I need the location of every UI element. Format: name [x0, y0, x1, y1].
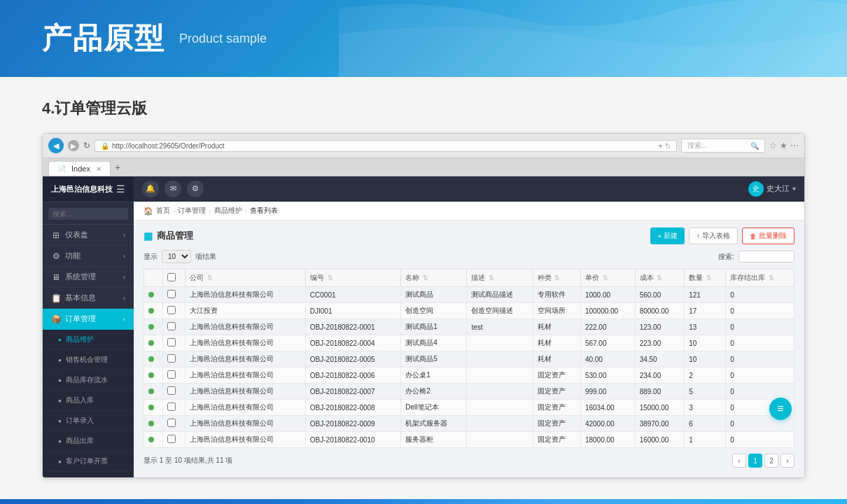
select-all-checkbox[interactable] [167, 273, 176, 281]
sidebar-subitem-product-in[interactable]: ● 商品入库 [43, 391, 134, 411]
row-name: 机架式服务器 [401, 416, 467, 432]
row-checkbox[interactable] [167, 419, 176, 427]
table-row: 上海邑泊信息科技有限公司 OBJ-20180822-0001 测试商品1 tes… [144, 319, 794, 335]
row-price: 16034.00 [580, 400, 635, 416]
row-stock: 0 [726, 351, 794, 368]
tab-close-button[interactable]: ✕ [96, 165, 102, 173]
table-row: 上海邑泊信息科技有限公司 OBJ-20180822-0005 测试商品5 耗材 … [144, 351, 794, 368]
sidebar-subitem-inventory[interactable]: ● 商品库存流水 [43, 370, 134, 391]
row-stock: 0 [726, 319, 794, 335]
row-cost: 223.00 [635, 335, 685, 351]
row-checkbox[interactable] [167, 402, 176, 411]
settings-icon[interactable]: ⋯ [790, 141, 799, 150]
sidebar-menu-toggle[interactable]: ☰ [116, 183, 125, 195]
sidebar-subitem-order-in[interactable]: ● 订单录入 [43, 411, 134, 431]
prev-page-button[interactable]: ‹ [732, 454, 746, 468]
breadcrumb-level2[interactable]: 商品维护 [214, 206, 242, 216]
sidebar-item-function[interactable]: ⚙ 功能 › [43, 246, 134, 267]
sidebar-subitem-customer-order[interactable]: ● 客户订单开票 [43, 451, 134, 472]
row-code: OBJ-20180822-0009 [305, 416, 401, 432]
row-qty: 2 [685, 368, 726, 384]
col-qty[interactable]: 数量 ⇅ [685, 270, 726, 287]
row-cost: 234.00 [635, 368, 685, 384]
col-stock[interactable]: 库存结出库 ⇅ [726, 270, 794, 287]
notification-icon[interactable]: 🔔 [142, 181, 159, 197]
system-icon: 🖥 [51, 272, 61, 282]
new-tab-button[interactable]: + [111, 159, 125, 176]
col-code[interactable]: 编号 ⇅ [305, 270, 401, 287]
sidebar-item-dashboard[interactable]: ⊞ 仪表盘 › [43, 225, 134, 246]
message-icon[interactable]: ✉ [164, 181, 181, 197]
fab-button[interactable]: ≡ [769, 398, 792, 420]
next-page-button[interactable]: › [780, 454, 794, 468]
address-dropdown[interactable]: ▾ [659, 142, 662, 150]
row-checkbox-cell [163, 287, 186, 303]
sidebar-item-system[interactable]: 🖥 系统管理 › [43, 267, 134, 288]
row-checkbox[interactable] [167, 306, 176, 314]
col-name[interactable]: 名称 ⇅ [401, 270, 467, 287]
row-price: 42000.00 [580, 416, 635, 432]
row-status [144, 400, 163, 416]
new-button[interactable]: + 新建 [650, 227, 685, 244]
page-1-button[interactable]: 1 [748, 454, 762, 468]
sidebar-subitem-sales[interactable]: ● 销售机会管理 [43, 350, 134, 370]
subitem-label-sales: 销售机会管理 [66, 355, 108, 365]
show-label: 显示 [144, 252, 158, 262]
col-category[interactable]: 种类 ⇅ [533, 270, 580, 287]
batch-delete-button[interactable]: 🗑 批量删除 [742, 227, 794, 244]
user-info[interactable]: 史 史大江 ▾ [748, 181, 796, 197]
browser-tab-active[interactable]: 📄 Index ✕ [48, 161, 111, 176]
row-checkbox[interactable] [167, 370, 176, 379]
breadcrumb-home[interactable]: 首页 [156, 206, 170, 216]
sort-icon-company: ⇅ [207, 274, 213, 281]
browser-forward-button[interactable]: ▶ [68, 140, 79, 151]
row-checkbox[interactable] [167, 322, 176, 330]
breadcrumb-current: 查看列表 [250, 206, 278, 216]
page-2-button[interactable]: 2 [764, 454, 778, 468]
row-checkbox-cell [163, 335, 186, 351]
sidebar: 上海邑泊信息科技 ☰ ⊞ 仪表盘 › ⚙ 功能 › � [43, 176, 134, 477]
arrow-icon: › [123, 232, 125, 239]
import-button[interactable]: ↑ 导入表格 [689, 227, 738, 244]
browser-back-button[interactable]: ◀ [48, 138, 64, 153]
col-cost[interactable]: 成本 ⇅ [635, 270, 685, 287]
row-status [144, 319, 163, 335]
page-size-select[interactable]: 10 25 50 [162, 250, 191, 263]
row-checkbox[interactable] [167, 338, 176, 346]
row-checkbox[interactable] [167, 435, 176, 443]
row-status [144, 368, 163, 384]
col-company[interactable]: 公司 ⇅ [186, 270, 306, 287]
row-company: 上海邑泊信息科技有限公司 [186, 287, 306, 303]
row-checkbox[interactable] [167, 354, 176, 363]
sidebar-item-order[interactable]: 📦 订单管理 ‹ [43, 309, 134, 330]
row-checkbox[interactable] [167, 290, 176, 298]
toolbar-right: 搜索: [718, 251, 794, 262]
row-stock: 0 [726, 384, 794, 400]
sidebar-subitem-data-stats[interactable]: ● 数据统计 [43, 472, 134, 477]
toolbar: 显示 10 25 50 项结果 搜索: [144, 250, 794, 263]
row-qty: 1 [685, 432, 726, 448]
col-price[interactable]: 单价 ⇅ [580, 270, 635, 287]
col-desc[interactable]: 描述 ⇅ [467, 270, 533, 287]
sidebar-item-basic[interactable]: 📋 基本信息 › [43, 288, 134, 309]
table-search-input[interactable] [738, 251, 794, 262]
table-row: 上海邑泊信息科技有限公司 CC0001 测试商品 测试商品描述 专用软件 100… [144, 287, 794, 303]
sidebar-subitem-product-maintain[interactable]: ● 商品维护 [43, 330, 134, 350]
bookmark-icon[interactable]: ★ [780, 141, 788, 150]
status-dot [148, 421, 154, 426]
row-desc [467, 432, 533, 448]
row-checkbox[interactable] [167, 386, 176, 395]
sidebar-search-input[interactable] [48, 208, 128, 220]
plus-icon: + [657, 232, 662, 240]
browser-address-bar[interactable]: 🔒 http://localhost:29605/Order/Product ▾… [94, 140, 677, 152]
status-dot [148, 292, 154, 298]
table-row: 上海邑泊信息科技有限公司 OBJ-20180822-0007 办公椅2 固定资产… [144, 384, 794, 400]
refresh-small-icon[interactable]: ↻ [665, 142, 671, 150]
star-icon[interactable]: ☆ [769, 141, 777, 150]
breadcrumb-level1[interactable]: 订单管理 [178, 206, 206, 216]
browser-search-bar[interactable]: 搜索... 🔍 [681, 139, 765, 153]
browser-refresh-button[interactable]: ↻ [83, 141, 90, 150]
settings-nav-icon[interactable]: ⚙ [187, 181, 204, 197]
status-dot [148, 405, 154, 410]
sidebar-subitem-product-out[interactable]: ● 商品出库 [43, 431, 134, 451]
